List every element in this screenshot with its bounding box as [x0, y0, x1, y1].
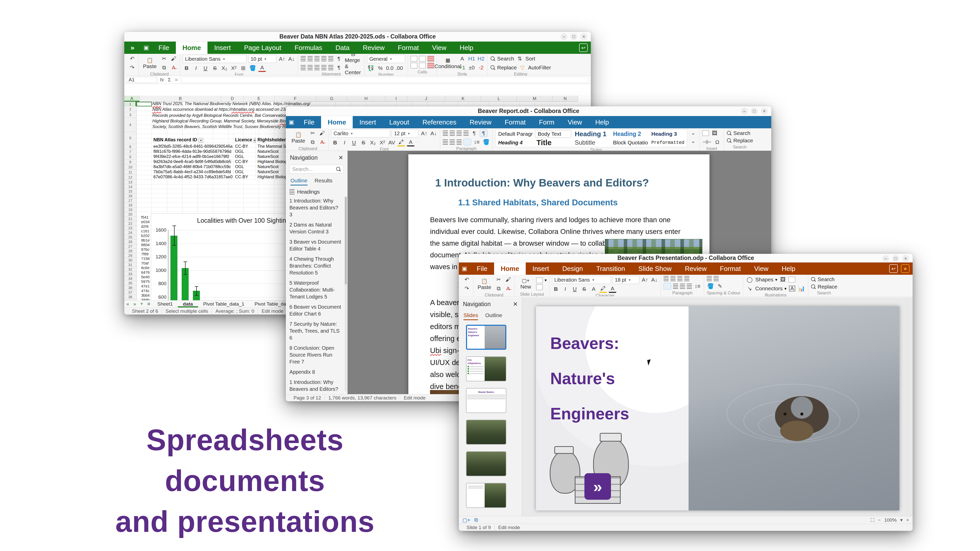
font-color-icon[interactable]: A	[609, 285, 616, 293]
borders-icon[interactable]: ⊞	[239, 64, 247, 72]
replace-button[interactable]: Replace	[818, 284, 837, 290]
font-size-select[interactable]: 10 pt▾	[248, 55, 277, 63]
autofilter-dropdown-icon[interactable]: ▾	[199, 138, 203, 143]
highlight-color-icon[interactable]: 🖍	[397, 139, 405, 146]
bullet-list-icon[interactable]	[663, 276, 669, 281]
row-header-8[interactable]: 8	[124, 154, 137, 159]
style-bad-button[interactable]: -2	[477, 64, 485, 71]
row-header-25[interactable]: 25	[124, 235, 137, 240]
styles-down-icon[interactable]: ⌄	[689, 138, 697, 144]
format-painter-icon[interactable]: 🖌	[504, 276, 512, 283]
italic-button[interactable]: I	[192, 64, 200, 72]
style-body-text[interactable]: Body Text	[535, 130, 571, 138]
menu-item-help[interactable]: Help	[589, 116, 615, 128]
pilcrow-icon[interactable]: ¶	[335, 64, 343, 71]
row-header-6[interactable]: 6	[124, 144, 137, 149]
sort-button[interactable]: Sort	[525, 56, 535, 62]
align-vcenter-icon[interactable]	[307, 56, 313, 61]
layout-select-icon[interactable]	[536, 278, 543, 283]
decimal-del-icon[interactable]: .00	[395, 64, 403, 72]
row-header-32[interactable]: 32	[124, 267, 137, 272]
shrink-font-icon[interactable]: A↓	[430, 130, 438, 137]
number-format-select[interactable]: General▾	[367, 55, 405, 63]
nav-tab-outline[interactable]: Outline	[485, 312, 502, 319]
rename-slide-icon[interactable]	[536, 284, 543, 290]
align-right-icon[interactable]	[680, 284, 685, 289]
style-default-paragr[interactable]: Default Paragr	[496, 131, 534, 137]
para-bg-icon[interactable]: 🪣	[482, 138, 490, 146]
menu-item-insert[interactable]: Insert	[526, 262, 555, 275]
row-header-12[interactable]: 12	[124, 175, 137, 180]
navigation-scrollbar[interactable]	[345, 197, 347, 392]
menu-item-review[interactable]: Review	[678, 262, 713, 275]
row-header-36[interactable]: 36	[124, 286, 137, 290]
style-heading-3[interactable]: Heading 3	[649, 131, 687, 137]
sheet-tab-sheet1[interactable]: Sheet1	[152, 300, 178, 307]
sum-icon[interactable]: Σ	[167, 77, 172, 83]
align-left-icon[interactable]	[443, 140, 448, 144]
style-preformatted[interactable]: Preformatted	[649, 140, 687, 145]
row-header-37[interactable]: 37	[124, 290, 137, 295]
slide-thumbnail-6[interactable]	[466, 483, 506, 508]
menu-item-file[interactable]: File	[297, 116, 321, 128]
row-header-18[interactable]: 18	[124, 203, 137, 207]
style-heading-2[interactable]: Heading 2	[611, 130, 649, 138]
column-header-B[interactable]: B	[140, 96, 221, 102]
replace-button[interactable]: Replace	[497, 65, 517, 71]
indent-increase-icon[interactable]	[677, 276, 682, 281]
currency-icon[interactable]: 💱	[367, 64, 375, 72]
slide-title[interactable]: Beavers:Nature'sEngineers	[550, 326, 629, 431]
table-header[interactable]: NBN Atlas record ID▾	[152, 132, 234, 144]
indent-increase-icon[interactable]	[457, 130, 462, 136]
shape-fill-icon[interactable]: 🪣	[707, 283, 714, 290]
align-bottom-icon[interactable]	[314, 56, 320, 61]
row-header-19[interactable]: 19	[124, 207, 137, 212]
insert-table-icon[interactable]	[789, 277, 795, 283]
close-icon[interactable]: ×	[902, 255, 909, 262]
slide-canvas[interactable]: Beavers:Nature'sEngineers »	[536, 306, 899, 510]
italic-button[interactable]: I	[341, 139, 348, 146]
numbered-list-icon[interactable]	[450, 130, 455, 136]
grow-font-icon[interactable]: A↑	[278, 55, 286, 63]
bullet-list-icon[interactable]	[443, 130, 448, 136]
row-header-13[interactable]: 13	[124, 180, 137, 184]
row-header-17[interactable]: 17	[124, 198, 137, 203]
favorites-icon[interactable]: ★	[901, 264, 910, 273]
slide-thumbnail-2[interactable]: Key Adaptations	[466, 356, 506, 381]
grow-font-icon[interactable]: A↑	[641, 276, 649, 284]
redo-button[interactable]: ↷	[128, 64, 136, 71]
menu-item-home[interactable]: Home	[494, 262, 526, 275]
style-block-quotatio[interactable]: Block Quotatio	[611, 140, 649, 146]
navigation-search-input[interactable]: Search...	[290, 165, 344, 173]
percent-icon[interactable]: %	[376, 64, 384, 72]
row-header-20[interactable]: 20	[124, 212, 137, 217]
copy-icon[interactable]: ⧉	[160, 64, 168, 71]
row-header-23[interactable]: 23	[124, 226, 137, 230]
search-icon[interactable]	[490, 56, 495, 61]
table-header[interactable]: Rightsholder▾	[256, 132, 286, 144]
nav-heading-item[interactable]: 3 Beaver vs Document Editor Table 4	[290, 238, 346, 252]
save-icon[interactable]: ▣	[459, 262, 470, 275]
impress-titlebar[interactable]: Beaver Facts Presentation.odp - Collabor…	[459, 254, 913, 262]
row-header-11[interactable]: 11	[124, 170, 137, 175]
space-below-icon[interactable]	[714, 276, 719, 281]
paste-button[interactable]: 📋Paste	[290, 130, 307, 146]
nav-heading-item[interactable]: 1 Introduction: Why Beavers and Editors?	[290, 379, 346, 392]
add-slide-icon[interactable]: ▢+	[463, 517, 470, 523]
column-header-K[interactable]: K	[445, 96, 481, 102]
cut-icon[interactable]: ✂	[309, 129, 317, 137]
zoom-dropdown-icon[interactable]: ▾	[900, 517, 903, 523]
row-header-4[interactable]: 4	[124, 118, 137, 132]
indent-decrease-icon[interactable]	[463, 130, 469, 136]
row-height-icon[interactable]	[410, 63, 417, 68]
line-spacing-icon[interactable]: ↕≡	[473, 138, 480, 146]
indent-decrease-icon[interactable]	[328, 56, 333, 61]
maximize-icon[interactable]: □	[892, 255, 899, 262]
minimize-icon[interactable]: –	[560, 33, 567, 40]
format-painter-icon[interactable]: 🖌	[318, 129, 326, 137]
menu-item-format[interactable]: Format	[713, 262, 748, 275]
row-header-30[interactable]: 30	[124, 258, 137, 262]
replace-icon[interactable]	[490, 65, 495, 70]
formula-input[interactable]	[181, 77, 589, 83]
close-icon[interactable]: ×	[761, 108, 768, 114]
